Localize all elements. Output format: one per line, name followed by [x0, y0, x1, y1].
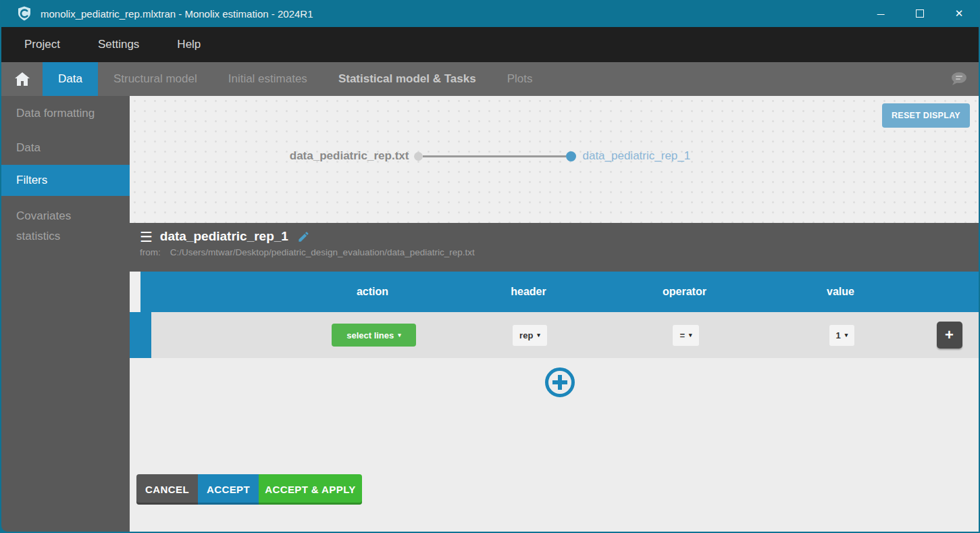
cancel-button[interactable]: CANCEL — [136, 474, 198, 505]
accept-button[interactable]: ACCEPT — [198, 474, 259, 505]
result-dataset-label[interactable]: data_pediatric_rep_1 — [582, 149, 690, 163]
tab-plots[interactable]: Plots — [492, 62, 548, 96]
minimize-button[interactable]: ─ — [861, 0, 900, 27]
table-gutter — [130, 272, 140, 312]
tab-initial-estimates[interactable]: Initial estimates — [213, 62, 323, 96]
action-dropdown[interactable]: select lines ▾ — [332, 324, 416, 347]
sidebar-item-filters[interactable]: Filters — [1, 165, 130, 196]
tab-structural-model[interactable]: Structural model — [98, 62, 213, 96]
source-node[interactable] — [414, 152, 423, 161]
source-dataset-label: data_pediatric_rep.txt — [290, 149, 409, 163]
dataset-mapping-canvas: RESET DISPLAY data_pediatric_rep.txt dat… — [130, 96, 979, 223]
window-controls: ─ ✕ — [861, 0, 979, 27]
maximize-icon — [916, 9, 924, 18]
column-header-action: action — [357, 286, 388, 298]
feedback-button[interactable] — [949, 62, 968, 96]
column-header-operator: operator — [663, 286, 706, 298]
content-area: Data formatting Data Filters Covariates … — [1, 96, 979, 532]
chevron-down-icon: ▾ — [689, 332, 692, 338]
sidebar-item-data-formatting[interactable]: Data formatting — [1, 96, 130, 131]
dataset-title: data_pediatric_rep_1 — [160, 229, 288, 244]
add-condition-button[interactable]: + — [937, 322, 962, 349]
result-node[interactable] — [566, 151, 576, 161]
footer-actions: CANCEL ACCEPT ACCEPT & APPLY — [136, 474, 362, 505]
home-icon — [14, 72, 30, 86]
filter-table-header: action header operator value — [130, 272, 979, 312]
header-dropdown-value: rep — [519, 330, 533, 340]
column-header-value: value — [827, 286, 854, 298]
add-filter-action-button[interactable] — [544, 366, 576, 401]
chevron-down-icon: ▾ — [845, 332, 848, 338]
title-bar: monolix_pediatric_rep.mlxtran - Monolix … — [1, 0, 979, 27]
filter-row: select lines ▾ rep ▾ — [130, 312, 979, 358]
action-dropdown-value: select lines — [346, 330, 394, 340]
header-dropdown[interactable]: rep ▾ — [513, 325, 547, 346]
sidebar-item-covariates-statistics[interactable]: Covariates statistics — [1, 196, 130, 257]
menu-help[interactable]: Help — [177, 38, 201, 51]
comment-bubble-icon — [949, 71, 968, 87]
operator-dropdown-value: = — [679, 330, 685, 340]
reset-display-button[interactable]: RESET DISPLAY — [882, 103, 970, 128]
maximize-button[interactable] — [900, 0, 939, 27]
dataset-flow: data_pediatric_rep.txt data_pediatric_re… — [130, 146, 979, 166]
edit-name-icon[interactable] — [297, 230, 310, 243]
value-dropdown-value: 1 — [836, 330, 841, 340]
chevron-down-icon: ▾ — [537, 332, 540, 338]
tab-bar: Data Structural model Initial estimates … — [1, 62, 979, 96]
lower-panel: CANCEL ACCEPT ACCEPT & APPLY — [130, 358, 979, 532]
tab-data[interactable]: Data — [43, 62, 98, 96]
dataset-header: ☰ data_pediatric_rep_1 from: C:/Users/mt… — [130, 223, 979, 272]
monolix-logo-icon — [16, 5, 32, 22]
row-selection-strip — [130, 312, 151, 358]
close-button[interactable]: ✕ — [939, 0, 979, 27]
from-label: from: — [140, 247, 161, 257]
tab-statistical-model-tasks[interactable]: Statistical model & Tasks — [323, 62, 492, 96]
menu-bar: Project Settings Help — [1, 27, 979, 62]
column-header-header: header — [511, 286, 546, 298]
menu-project[interactable]: Project — [24, 38, 60, 51]
dataset-menu-icon[interactable]: ☰ — [140, 230, 153, 244]
sidebar-item-data[interactable]: Data — [1, 131, 130, 165]
accept-and-apply-button[interactable]: ACCEPT & APPLY — [259, 474, 362, 505]
app-window: monolix_pediatric_rep.mlxtran - Monolix … — [0, 0, 980, 533]
circle-plus-icon — [544, 366, 576, 399]
sidebar: Data formatting Data Filters Covariates … — [1, 96, 130, 532]
value-dropdown[interactable]: 1 ▾ — [829, 325, 855, 346]
menu-settings[interactable]: Settings — [98, 38, 139, 51]
main-panel: RESET DISPLAY data_pediatric_rep.txt dat… — [130, 96, 979, 532]
flow-connector-line — [423, 155, 566, 157]
operator-dropdown[interactable]: = ▾ — [673, 325, 698, 346]
chevron-down-icon: ▾ — [398, 332, 401, 338]
window-title: monolix_pediatric_rep.mlxtran - Monolix … — [41, 8, 313, 20]
dataset-file-path: C:/Users/mtwar/Desktop/pediatric_design_… — [170, 247, 475, 257]
home-button[interactable] — [1, 62, 43, 96]
